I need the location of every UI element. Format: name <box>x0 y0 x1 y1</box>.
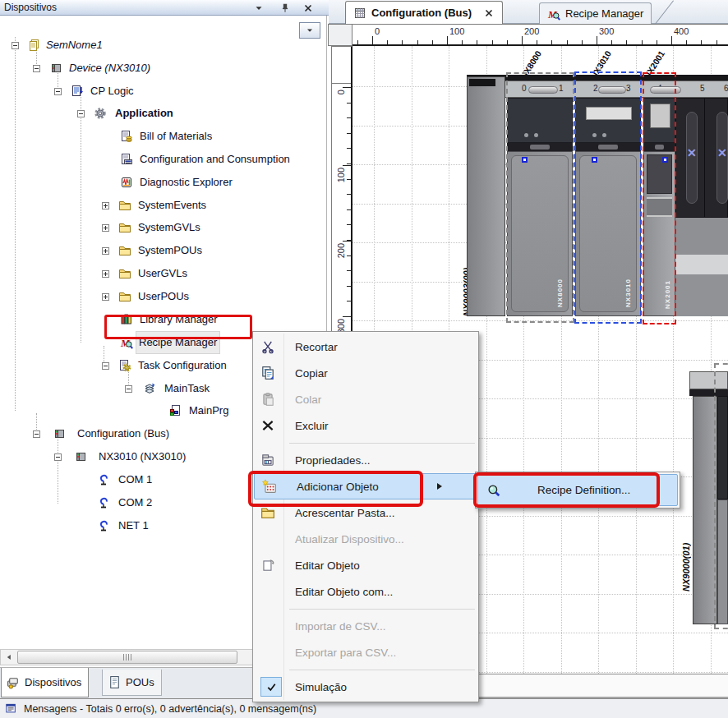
ruler-tick <box>343 165 351 166</box>
ruler-tick <box>582 40 583 44</box>
tree-item-usergvls[interactable]: UserGVLs <box>0 263 326 285</box>
tree-item-diagnostic-explorer[interactable]: Diagnostic Explorer <box>0 172 326 194</box>
tree-item-systemgvls[interactable]: SystemGVLs <box>0 217 326 239</box>
ruler-tick <box>347 179 351 180</box>
tree-item-configuration-consumption[interactable]: Configuration and Consumption <box>0 149 326 171</box>
tree-item-systemevents[interactable]: SystemEvents <box>0 195 326 217</box>
bom-icon <box>120 130 133 143</box>
scroll-left-button[interactable] <box>2 651 16 664</box>
blank-icon <box>260 532 275 546</box>
devices-panel-header: Dispositivos <box>0 0 329 16</box>
submenu-arrow-icon <box>437 483 442 490</box>
project-dropdown-button[interactable] <box>299 22 320 39</box>
collapse-icon[interactable] <box>125 385 132 393</box>
tree-item-bill-of-materials[interactable]: Bill of Materials <box>0 126 326 148</box>
tree-item-device[interactable]: Device (NX3010) <box>0 58 326 80</box>
tab-configuration-bus[interactable]: Configuration (Bus) <box>345 1 503 24</box>
ruler-tick <box>477 40 477 44</box>
application-window: Dispositivos SemNome1 Device (NX3010) CP… <box>0 0 728 718</box>
slot-number: 6 <box>724 84 728 93</box>
empty-slot-dark-panel: ✕ ✕ <box>675 98 728 218</box>
expand-icon[interactable] <box>102 224 109 232</box>
annotation-box-recipe-manager <box>104 315 252 339</box>
collapse-icon[interactable] <box>54 453 62 461</box>
menu-item-propriedades[interactable]: Propriedades... <box>253 447 478 473</box>
tree-item-project[interactable]: SemNome1 <box>0 35 326 57</box>
tree-item-systempous[interactable]: SystemPOUs <box>0 240 326 262</box>
collapse-icon[interactable] <box>54 88 62 95</box>
ruler-tick <box>347 286 351 287</box>
ruler-label: 200 <box>524 26 539 36</box>
slot-divider <box>704 99 705 217</box>
panel-menu-button[interactable] <box>251 2 266 14</box>
ruler-label: 100 <box>336 168 346 182</box>
menu-item-editar-objeto-com[interactable]: Editar Objeto com... <box>253 578 478 605</box>
menu-separator <box>253 665 478 674</box>
menu-item-exportar-csv[interactable]: Exportar para CSV... <box>253 639 478 665</box>
tree-item-application[interactable]: Application <box>0 103 326 125</box>
expand-icon[interactable] <box>102 202 109 209</box>
selection-box-gray <box>714 363 728 629</box>
folder-icon <box>118 199 131 212</box>
ruler-tick <box>347 133 351 134</box>
ruler-tick <box>347 301 351 301</box>
devices-tab-icon <box>7 675 21 689</box>
copy-icon <box>260 366 275 380</box>
close-icon <box>302 2 314 14</box>
tree-item-userpous[interactable]: UserPOUs <box>0 286 326 308</box>
menu-item-recortar[interactable]: Recortar <box>253 334 478 360</box>
chevron-down-icon <box>253 2 265 14</box>
ruler-tick <box>537 40 537 44</box>
menu-item-excluir[interactable]: Excluir <box>253 412 478 439</box>
ruler-label: 400 <box>674 26 689 36</box>
folder-icon <box>118 290 131 303</box>
ruler-tick <box>402 40 403 44</box>
empty-slot-covers[interactable]: ✕ ✕ <box>675 98 728 316</box>
empty-slot-mid <box>675 218 728 255</box>
menu-item-simulacao[interactable]: Simulação <box>253 674 478 700</box>
ruler-tick <box>611 40 612 44</box>
scrollbar-thumb[interactable] <box>17 651 237 664</box>
ruler-tick <box>642 40 643 44</box>
device-icon <box>49 62 62 75</box>
tree-item-cp-logic[interactable]: CP Logic <box>0 81 326 103</box>
tab-dispositivos[interactable]: Dispositivos <box>1 668 89 697</box>
ruler-tick <box>347 255 351 256</box>
ruler-label: 100 <box>449 26 464 36</box>
expand-icon[interactable] <box>102 293 109 301</box>
pin-icon <box>279 2 291 14</box>
menu-item-editar-objeto[interactable]: Editar Objeto <box>253 552 478 578</box>
expand-icon[interactable] <box>102 247 109 255</box>
folder-icon <box>118 244 131 257</box>
horizontal-ruler: 0 100 200 300 400 <box>352 24 728 46</box>
collapse-icon[interactable] <box>102 362 109 370</box>
edit-object-icon <box>260 558 275 573</box>
menu-item-atualizar-dispositivo[interactable]: Atualizar Dispositivo... <box>253 526 478 552</box>
panel-close-button[interactable] <box>301 2 316 14</box>
menu-item-importar-csv[interactable]: Importar de CSV... <box>253 613 478 639</box>
selection-box-blue <box>574 71 642 324</box>
ruler-label: 200 <box>336 243 346 258</box>
folder-icon <box>118 267 131 280</box>
menu-item-colar[interactable]: Colar <box>253 386 478 412</box>
collapse-icon[interactable] <box>77 110 85 117</box>
ruler-tick <box>343 87 351 88</box>
tab-pous[interactable]: POUs <box>102 670 162 696</box>
project-icon <box>28 39 41 52</box>
slot-number: 5 <box>700 84 705 93</box>
tab-bar-divider <box>655 1 674 25</box>
delete-x-icon <box>260 418 275 433</box>
collapse-icon[interactable] <box>33 430 40 438</box>
tab-recipe-manager[interactable]: M Recipe Manager <box>539 2 652 24</box>
ruler-tick <box>447 36 448 44</box>
menu-item-copiar[interactable]: Copiar <box>253 360 478 386</box>
ruler-tick <box>343 316 351 317</box>
close-tab-icon[interactable] <box>483 7 495 19</box>
collapse-icon[interactable] <box>12 42 19 49</box>
collapse-icon[interactable] <box>33 65 40 72</box>
blank-icon <box>260 645 275 660</box>
expand-icon[interactable] <box>102 270 109 278</box>
pin-button[interactable] <box>278 2 293 14</box>
ruler-tick <box>701 40 702 44</box>
recipe-icon: M <box>547 7 560 21</box>
